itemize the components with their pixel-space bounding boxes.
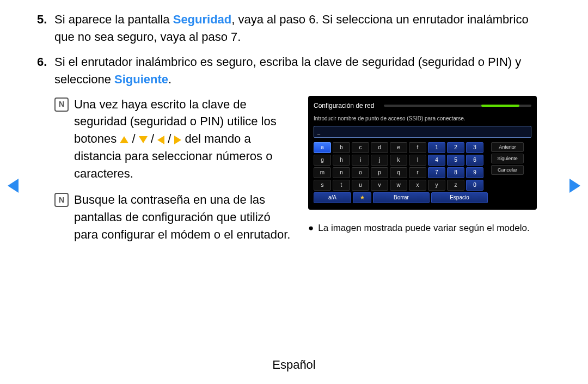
step-6: 6. Si el enrutador inalámbrico es seguro… [54, 53, 550, 88]
key-4[interactable]: 4 [428, 155, 445, 166]
key-2[interactable]: 2 [447, 142, 464, 153]
tv-screenshot: Configuración de red Introducir nombre d… [308, 96, 537, 210]
key-9[interactable]: 9 [466, 167, 483, 178]
ssid-input[interactable]: _ [314, 126, 531, 138]
keyboard-row-1: a b c d e f 1 2 3 g h i j [314, 142, 488, 191]
right-arrow-icon [174, 136, 181, 144]
key-k[interactable]: k [390, 155, 407, 166]
slash3: / [168, 132, 174, 145]
key-s[interactable]: s [314, 180, 331, 191]
key-l[interactable]: l [409, 155, 426, 166]
step-6-post: . [168, 72, 171, 86]
key-j[interactable]: j [371, 155, 388, 166]
page-prev-icon[interactable] [8, 179, 19, 193]
slash1: / [132, 132, 139, 145]
key-space[interactable]: Espacio [431, 192, 488, 203]
key-6[interactable]: 6 [466, 155, 483, 166]
tv-title: Configuración de red [314, 101, 374, 111]
key-v[interactable]: v [371, 180, 388, 191]
note-2-text: Busque la contraseña en una de las panta… [74, 193, 290, 241]
key-a[interactable]: a [314, 142, 331, 153]
key-e[interactable]: e [390, 142, 407, 153]
key-h[interactable]: h [333, 155, 350, 166]
down-arrow-icon [139, 136, 148, 143]
key-g[interactable]: g [314, 155, 331, 166]
key-z[interactable]: z [447, 180, 464, 191]
up-arrow-icon [120, 136, 128, 143]
key-m[interactable]: m [314, 167, 331, 178]
step-5-highlight: Seguridad [173, 13, 232, 26]
key-q[interactable]: q [390, 167, 407, 178]
key-d[interactable]: d [371, 142, 388, 153]
key-o[interactable]: o [352, 167, 369, 178]
key-7[interactable]: 7 [428, 167, 445, 178]
progress-bar [384, 105, 531, 107]
key-y[interactable]: y [428, 180, 445, 191]
key-f[interactable]: f [409, 142, 426, 153]
key-p[interactable]: p [371, 167, 388, 178]
note-2: N Busque la contraseña en una de las pan… [54, 191, 293, 243]
key-c[interactable]: c [352, 142, 369, 153]
step-5-number: 5. [37, 11, 47, 28]
key-t[interactable]: t [333, 180, 350, 191]
note-icon: N [54, 97, 69, 112]
step-5: 5. Si aparece la pantalla Seguridad, vay… [54, 11, 550, 46]
note-icon-2: N [54, 193, 69, 207]
left-arrow-icon [157, 136, 164, 144]
prev-button[interactable]: Anterior [491, 142, 524, 152]
tv-instruction: Introducir nombre de punto de acceso (SS… [314, 115, 531, 123]
key-0[interactable]: 0 [466, 180, 483, 191]
step-5-pre: Si aparece la pantalla [54, 13, 173, 26]
caption-text: La imagen mostrada puede variar según el… [318, 223, 529, 233]
key-x[interactable]: x [409, 180, 426, 191]
page-next-icon[interactable] [569, 179, 580, 193]
key-u[interactable]: u [352, 180, 369, 191]
note-1: N Una vez haya escrito la clave de segur… [54, 96, 293, 182]
caption: ●La imagen mostrada puede variar según e… [308, 222, 537, 235]
key-b[interactable]: b [333, 142, 350, 153]
key-n[interactable]: n [333, 167, 350, 178]
key-8[interactable]: 8 [447, 167, 464, 178]
footer-language: Español [0, 358, 588, 372]
key-w[interactable]: w [390, 180, 407, 191]
key-5[interactable]: 5 [447, 155, 464, 166]
step-6-number: 6. [37, 53, 47, 71]
key-3[interactable]: 3 [466, 142, 483, 153]
key-delete[interactable]: Borrar [373, 192, 430, 203]
key-r[interactable]: r [409, 167, 426, 178]
step-6-highlight: Siguiente [114, 72, 168, 86]
next-button[interactable]: Siguiente [491, 154, 524, 163]
key-i[interactable]: i [352, 155, 369, 166]
cancel-button[interactable]: Cancelar [491, 165, 524, 175]
slash2: / [151, 132, 157, 145]
key-1[interactable]: 1 [428, 142, 445, 153]
caption-bullet: ● [308, 223, 318, 233]
key-shift[interactable]: a/A [314, 192, 351, 203]
key-star[interactable]: ★ [353, 192, 371, 203]
